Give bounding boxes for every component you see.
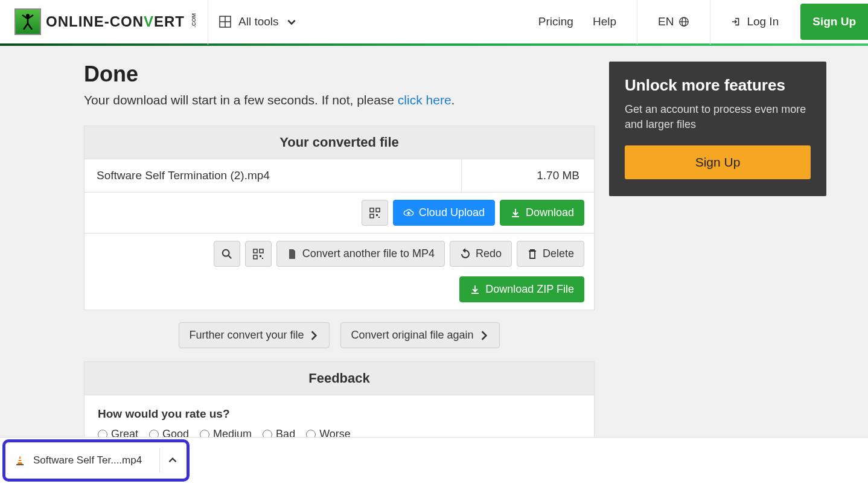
brand-com: .COM xyxy=(191,13,197,28)
click-here-link[interactable]: click here xyxy=(398,93,452,107)
file-size: 1.70 MB xyxy=(461,159,594,192)
converted-file-card: Your converted file Software Self Termin… xyxy=(84,126,595,310)
sidebar: Unlock more features Get an account to p… xyxy=(609,62,826,196)
search-button[interactable] xyxy=(214,241,240,267)
signup-button[interactable]: Sign Up xyxy=(800,4,868,40)
download-icon xyxy=(470,284,480,295)
svg-rect-11 xyxy=(378,217,380,218)
login-button[interactable]: Log In xyxy=(721,15,788,28)
svg-rect-14 xyxy=(254,249,257,253)
svg-rect-7 xyxy=(370,208,374,212)
svg-rect-18 xyxy=(262,258,263,259)
qr-code-icon xyxy=(369,208,380,218)
promo-card: Unlock more features Get an account to p… xyxy=(609,62,826,196)
promo-text: Get an account to process even more and … xyxy=(625,102,811,132)
convert-original-button[interactable]: Convert original file again xyxy=(340,322,499,348)
pricing-link[interactable]: Pricing xyxy=(529,15,583,28)
download-icon xyxy=(510,208,521,218)
brand-text: ONLINE-CONVERT xyxy=(46,13,185,30)
divider xyxy=(159,448,160,466)
feedback-question: How would you rate us? xyxy=(85,395,594,428)
divider xyxy=(710,0,710,45)
globe-icon xyxy=(678,16,689,27)
brand-logo[interactable]: ONLINE-CONVERT .COM xyxy=(14,8,197,35)
svg-line-13 xyxy=(229,255,232,258)
file-row: Software Self Termination (2).mp4 1.70 M… xyxy=(85,159,594,193)
promo-title: Unlock more features xyxy=(625,76,811,95)
primary-actions: Cloud Upload Download xyxy=(85,193,594,234)
further-convert-button[interactable]: Further convert your file xyxy=(179,322,330,348)
chevron-down-icon xyxy=(286,16,297,27)
search-icon xyxy=(222,249,232,260)
promo-signup-button[interactable]: Sign Up xyxy=(625,145,811,179)
svg-rect-16 xyxy=(254,255,257,259)
secondary-actions: Convert another file to MP4 Redo Delete … xyxy=(85,234,594,310)
login-label: Log In xyxy=(747,15,779,28)
main-column: Done Your download will start in a few s… xyxy=(84,62,595,466)
svg-rect-9 xyxy=(370,214,374,218)
language-selector[interactable]: EN xyxy=(648,15,699,28)
svg-rect-21 xyxy=(18,461,22,462)
svg-rect-8 xyxy=(376,208,380,212)
download-filename: Software Self Ter....mp4 xyxy=(33,454,152,466)
download-button[interactable]: Download xyxy=(500,200,584,226)
redo-icon xyxy=(460,249,471,260)
person-icon xyxy=(20,13,36,31)
qr-code-icon xyxy=(253,249,264,260)
feedback-header: Feedback xyxy=(85,362,594,395)
download-zip-button[interactable]: Download ZIP File xyxy=(459,276,584,302)
redo-button[interactable]: Redo xyxy=(450,241,512,267)
download-chip[interactable]: Software Self Ter....mp4 xyxy=(2,439,190,466)
cloud-upload-icon xyxy=(403,208,414,218)
page-subtitle: Your download will start in a few second… xyxy=(84,93,595,107)
all-tools-menu[interactable]: All tools xyxy=(219,15,297,28)
divider xyxy=(208,0,208,45)
browser-download-bar: Software Self Ter....mp4 xyxy=(0,437,868,466)
grid-icon xyxy=(219,16,231,28)
svg-rect-19 xyxy=(16,464,24,465)
all-tools-label: All tools xyxy=(238,15,279,28)
file-icon xyxy=(287,249,298,260)
chevron-right-icon xyxy=(479,330,490,341)
vlc-cone-icon xyxy=(14,454,26,466)
help-link[interactable]: Help xyxy=(583,15,626,28)
svg-rect-17 xyxy=(260,255,261,257)
chevron-right-icon xyxy=(308,330,319,341)
cloud-upload-button[interactable]: Cloud Upload xyxy=(393,200,495,226)
top-nav: ONLINE-CONVERT .COM All tools Pricing He… xyxy=(0,0,868,46)
divider xyxy=(637,0,637,45)
trash-icon xyxy=(527,249,538,260)
further-links: Further convert your file Convert origin… xyxy=(84,322,595,348)
svg-rect-10 xyxy=(376,214,378,216)
svg-rect-15 xyxy=(260,249,263,253)
qr-code-button[interactable] xyxy=(362,200,388,226)
language-label: EN xyxy=(658,15,674,28)
login-icon xyxy=(731,16,742,27)
file-name: Software Self Termination (2).mp4 xyxy=(85,159,461,192)
converted-header: Your converted file xyxy=(85,126,594,159)
convert-another-button[interactable]: Convert another file to MP4 xyxy=(276,241,445,267)
svg-point-12 xyxy=(223,249,229,256)
qr-code-button-2[interactable] xyxy=(245,241,272,267)
delete-button[interactable]: Delete xyxy=(517,241,584,267)
svg-rect-20 xyxy=(19,459,21,460)
logo-mark xyxy=(14,8,41,35)
page-title: Done xyxy=(84,62,595,87)
chevron-up-icon[interactable] xyxy=(167,455,178,466)
